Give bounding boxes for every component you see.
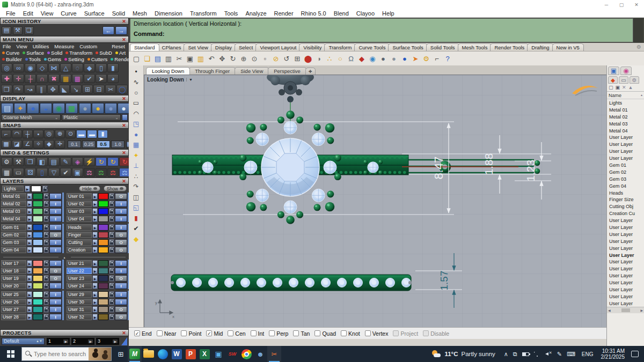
layer-flyout-icon[interactable]: ▶ [92,216,98,222]
layer-name-button[interactable]: User 21 [67,260,92,267]
gumball-icon[interactable]: ✛ [55,140,65,149]
planar-icon[interactable]: ∠ [23,140,33,149]
toolbar-tab[interactable]: New in V5 [552,43,584,51]
pave-tool-icon[interactable]: ▦ [133,141,139,149]
lock-icon[interactable]: Ω [346,53,356,64]
book-icon[interactable]: ▯ [96,63,107,72]
layer-flyout-icon[interactable]: ▶ [27,291,32,298]
mesh-quality-select[interactable]: Coarse Mesh⌄ [1,114,61,121]
layer-name-button[interactable]: User 17 [1,260,26,267]
grid-view-icon[interactable]: ▦ [65,103,78,114]
arc-tool-icon[interactable]: ◠ [133,109,138,117]
checkbox-icon[interactable] [365,330,371,336]
layer-list-item[interactable]: User Layer [609,293,640,300]
layer-flyout-icon[interactable]: ▶ [27,299,32,305]
menu-item[interactable]: Analyze [241,10,270,17]
layer-lock-icon[interactable] [109,299,114,305]
layer-color-swatch[interactable] [31,186,41,192]
layer-name-button[interactable]: User 32 [67,314,92,320]
layer-lock-icon[interactable] [109,201,114,207]
snap-near-icon[interactable]: ◠ [12,130,22,138]
show-all-toggle[interactable]: Show [104,186,127,191]
layer-lock-icon[interactable] [109,283,114,289]
layer-name-button[interactable]: User 18 [1,268,26,274]
layer-color-swatch[interactable] [33,314,43,320]
wrench-icon[interactable]: ⚒ [13,157,24,166]
snap-perp-icon[interactable]: ⊙ [65,130,76,138]
delete-layer-icon[interactable]: ✕ [622,85,626,90]
jet-icon[interactable]: ➤ [96,74,107,83]
grid-tiles-icon[interactable]: ▦ [1,168,12,177]
layer-list-item[interactable]: User Layer [609,286,640,293]
layer-color-swatch[interactable] [98,291,108,298]
osnap-option[interactable]: Quad [314,330,336,337]
layer-list-item[interactable]: User Layer [609,252,640,259]
blend-tool-icon[interactable]: ↷ [133,183,138,191]
open-library-icon[interactable]: ❏ [24,26,34,35]
layer-lock-icon[interactable] [43,208,49,215]
points-tool-icon[interactable]: ∴ [134,172,138,180]
lamp-icon[interactable]: ○ [335,53,345,64]
viewport-tab[interactable]: Perspective [268,67,306,75]
menu-item[interactable]: Dimension [151,10,186,17]
edit-info-icon[interactable]: ✎ [60,157,71,166]
layer-list-item[interactable]: User Layer [609,300,640,307]
layer-name-button[interactable]: User 31 [67,306,92,313]
cube-info-icon[interactable]: ◧ [36,157,48,166]
viewport-tab[interactable]: Side View [235,67,269,75]
torus-icon[interactable]: ◎ [1,63,12,72]
osnap-option[interactable]: Knot [341,330,360,337]
spinner-icon[interactable]: ▲▼ [36,339,42,343]
layer-list-item[interactable]: User Layer [609,258,640,265]
halo-icon[interactable]: ◌ [72,63,83,72]
surface-tool-icon[interactable]: ◳ [133,120,139,128]
project-page-tab[interactable]: 1▶ [46,337,70,345]
osnap-option[interactable]: Near [157,330,177,337]
layer-lock-icon[interactable] [43,193,49,200]
layer-lock-icon[interactable] [109,216,114,222]
category-item[interactable]: Art [115,50,126,56]
remove-node-icon[interactable]: ┼ [25,74,36,83]
arrow-icon[interactable]: ↘ [70,85,82,94]
layer-visibility-toggle[interactable] [115,193,127,200]
category-item[interactable]: SubD [96,50,112,56]
layer-name-button[interactable]: User 23 [67,275,92,282]
layer-visibility-toggle[interactable] [49,275,62,282]
grid-snap-value[interactable]: 0.5 [97,141,110,148]
category-item[interactable]: Gems [44,56,61,62]
help-panel-tab[interactable]: ▣ [608,67,619,75]
layer-visibility-toggle[interactable] [49,291,62,298]
layer-lock-icon[interactable] [43,201,49,207]
info-settings-header[interactable]: INFO & SETTINGS ✕ [0,149,129,156]
layer-flyout-icon[interactable]: ▶ [27,239,32,246]
main-menu-item[interactable]: View [16,43,27,49]
layer-color-swatch[interactable] [33,306,43,313]
touch-keyboard-icon[interactable]: ⌨ [567,351,575,358]
layer-lock-icon[interactable] [43,239,49,246]
picker-icon[interactable]: ➤ [411,53,420,64]
pen-icon[interactable]: ✎ [557,351,562,358]
align-icon[interactable]: ⊟ [93,85,105,94]
layer-lock-icon[interactable] [109,208,114,215]
menu-item[interactable]: Transform [186,10,221,17]
layer-name-button[interactable]: User 25 [1,291,26,298]
mesh-ring-icon[interactable]: ⋈ [48,63,60,72]
measure-check-icon[interactable]: ✔ [60,168,71,177]
book-info-icon[interactable]: ▯ [36,168,48,177]
page-arrow-icon[interactable]: ▶ [63,339,68,343]
toolbar-tab[interactable]: Select [235,43,257,51]
osnap-option[interactable]: Project [393,330,418,337]
layer-flyout-icon[interactable]: ▶ [27,260,32,267]
layer-lock-icon[interactable] [43,299,49,305]
layer-color-swatch[interactable] [98,275,108,282]
snaps-header[interactable]: SNAPS ✕ [0,122,129,129]
layer-color-swatch[interactable] [33,283,43,289]
taskbar-weather[interactable]: 11°C Partly sunny [431,350,495,358]
new-file-icon[interactable]: ▢ [131,53,141,64]
language-indicator[interactable]: ENG [582,351,594,357]
layer-lock-icon[interactable] [109,268,114,274]
layer-lock-icon[interactable] [43,224,49,231]
weight-green-icon[interactable]: ⚖ [96,168,107,177]
curve-tool-icon[interactable]: ∿ [133,78,138,86]
viewport-tab[interactable]: Looking Down [146,67,190,75]
